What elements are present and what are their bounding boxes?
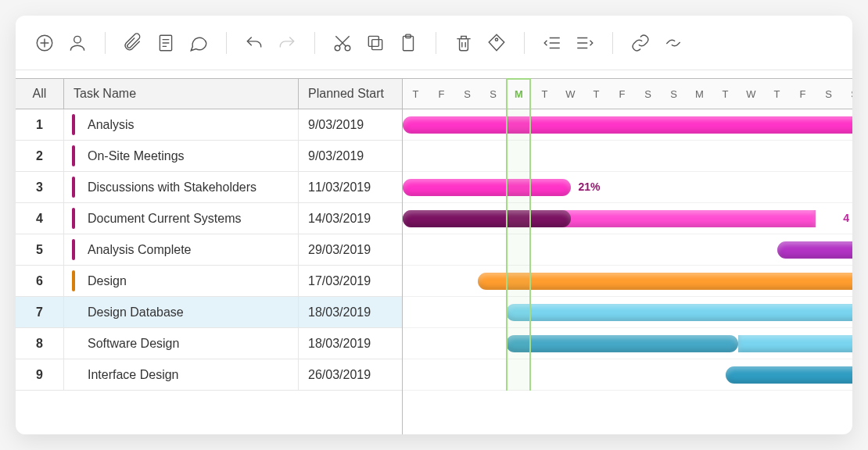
task-name-cell[interactable]: Design [64,266,299,296]
planned-start-cell[interactable]: 9/03/2019 [299,109,402,140]
task-name: Design Database [88,305,184,320]
table-rows: 1Analysis9/03/20192On-Site Meetings9/03/… [16,109,402,434]
planned-start-cell[interactable]: 14/03/2019 [299,203,402,234]
main-split: All Task Name Planned Start 1Analysis9/0… [16,78,852,434]
planned-start-cell[interactable]: 17/03/2019 [299,266,402,296]
gantt-bar[interactable] [403,179,571,196]
gantt-bar[interactable] [738,335,852,352]
color-stripe [72,114,75,135]
table-row[interactable]: 8Software Design18/03/2019 [16,328,402,359]
task-name-cell[interactable]: Discussions with Stakeholders [64,172,299,202]
indent-icon[interactable] [572,30,598,56]
link-icon[interactable] [627,30,654,56]
color-stripe [72,177,75,198]
progress-label: 21% [579,180,601,193]
day-header: M [687,88,712,100]
unlink-icon[interactable] [660,30,687,56]
color-stripe [72,270,75,291]
user-icon[interactable] [64,30,91,56]
task-name: Interface Design [88,368,179,382]
table-row[interactable]: 2On-Site Meetings9/03/2019 [16,141,402,172]
paste-icon[interactable] [395,30,421,56]
day-header: T [764,88,790,100]
row-number: 1 [16,109,64,140]
cut-icon[interactable] [329,30,356,56]
table-row[interactable]: 1Analysis9/03/2019 [16,109,402,141]
planned-start-cell[interactable]: 29/03/2019 [299,234,402,265]
day-header: S [841,88,852,100]
table-row[interactable]: 3Discussions with Stakeholders11/03/2019 [16,172,402,203]
progress-label: 4 [843,212,849,224]
table-row[interactable]: 9Interface Design26/03/2019 [16,359,402,391]
planned-start-cell[interactable]: 18/03/2019 [299,297,402,327]
gantt-bar[interactable] [777,241,853,259]
planned-start-cell[interactable]: 11/03/2019 [299,172,402,202]
toolbar-separator [105,32,106,54]
gantt-bar[interactable] [726,366,853,384]
column-header-all[interactable]: All [16,79,64,109]
delete-icon[interactable] [450,30,477,56]
task-table: All Task Name Planned Start 1Analysis9/0… [16,78,403,434]
svg-rect-13 [368,36,378,46]
row-number: 8 [16,328,64,359]
table-row[interactable]: 7Design Database18/03/2019 [16,297,402,328]
task-name-cell[interactable]: Analysis Complete [64,234,299,265]
day-header: F [429,88,454,100]
table-row[interactable]: 5Analysis Complete29/03/2019 [16,234,402,266]
color-stripe [72,145,75,166]
gantt-bar[interactable] [403,116,852,134]
task-name-cell[interactable]: Software Design [64,328,299,359]
row-number: 7 [16,297,64,327]
column-header-start[interactable]: Planned Start [299,79,402,109]
row-number: 4 [16,203,64,234]
task-name-cell[interactable]: Design Database [64,297,299,327]
task-name-cell[interactable]: Interface Design [64,359,299,390]
undo-icon[interactable] [241,30,267,56]
timeline-panel: TFSSMTWTFSSMTWTFSS 21%4 [403,78,852,434]
timeline-header: TFSSMTWTFSSMTWTFSS [403,78,852,109]
comment-icon[interactable] [185,30,212,56]
svg-rect-12 [372,39,382,49]
task-name-cell[interactable]: Document Current Systems [64,203,299,234]
row-number: 5 [16,234,64,265]
gantt-bar[interactable] [403,210,816,227]
tag-icon[interactable] [483,30,510,56]
day-header: F [609,88,635,100]
timeline-row [403,328,852,359]
column-header-name[interactable]: Task Name [64,79,299,109]
color-stripe [72,208,75,229]
planned-start-cell[interactable]: 18/03/2019 [299,328,402,359]
toolbar [16,16,852,70]
note-icon[interactable] [152,30,179,56]
timeline-body: 21%4 [403,109,852,391]
toolbar-separator [436,32,436,54]
gantt-bar[interactable] [506,335,738,352]
copy-icon[interactable] [362,30,389,56]
timeline-row: 4 [403,203,852,234]
toolbar-separator [524,32,525,54]
planned-start-cell[interactable]: 26/03/2019 [299,359,402,390]
day-header: F [790,88,816,100]
toolbar-separator [314,32,315,54]
task-name: Analysis Complete [88,243,192,257]
task-name-cell[interactable]: On-Site Meetings [64,141,299,171]
day-header: S [661,88,687,100]
table-row[interactable]: 6Design17/03/2019 [16,266,402,297]
task-name: On-Site Meetings [88,149,185,163]
redo-icon[interactable] [274,30,300,56]
row-number: 9 [16,359,64,390]
outdent-icon[interactable] [539,30,565,56]
table-row[interactable]: 4Document Current Systems14/03/2019 [16,203,402,234]
day-header: T [532,88,558,100]
gantt-bar[interactable] [506,304,852,321]
planned-start-cell[interactable]: 9/03/2019 [299,141,402,171]
task-name-cell[interactable]: Analysis [64,109,299,140]
gantt-progress [403,210,571,227]
gantt-bar[interactable] [478,273,852,290]
add-icon[interactable] [31,30,58,56]
row-number: 6 [16,266,64,296]
day-header: S [454,88,480,100]
task-name: Design [88,274,127,288]
attachment-icon[interactable] [120,30,146,56]
timeline-row [403,141,852,172]
